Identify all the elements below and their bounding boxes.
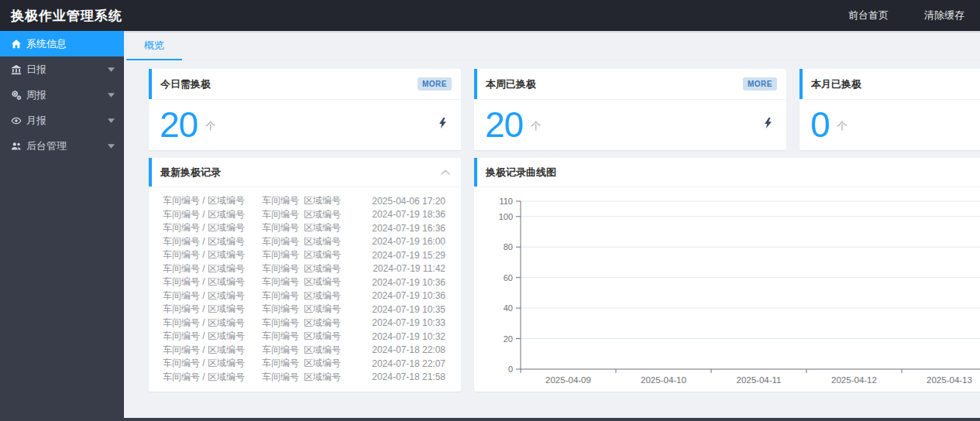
stat-value: 0 (810, 107, 830, 142)
record-main: 车间编号 / 区域编号 (163, 317, 262, 330)
record-area: 区域编号 (304, 194, 372, 207)
record-time: 2024-07-19 16:00 (372, 236, 445, 247)
record-workshop: 车间编号 (262, 330, 304, 343)
record-workshop: 车间编号 (262, 248, 304, 262)
stat-card-body: 20 个 (149, 100, 461, 149)
record-area: 区域编号 (304, 235, 372, 248)
card-accent-bar (474, 158, 477, 187)
stat-unit: 个 (837, 119, 848, 133)
record-main: 车间编号 / 区域编号 (163, 357, 262, 370)
sidebar-item-cogs[interactable]: 周报 (0, 82, 124, 108)
caret-down-icon (108, 93, 115, 98)
record-main: 车间编号 / 区域编号 (163, 262, 262, 276)
record-time: 2024-07-19 16:36 (372, 223, 445, 234)
record-time: 2024-07-18 22:08 (372, 344, 445, 355)
sidebar-item-eye[interactable]: 月报 (0, 108, 124, 133)
caret-down-icon (108, 118, 115, 123)
bottom-strip (0, 418, 980, 421)
chart-body: 0204060801001102025-04-092025-04-102025-… (474, 187, 980, 396)
record-area: 区域编号 (304, 208, 372, 221)
record-time: 2024-07-19 10:33 (372, 317, 445, 328)
record-row: 车间编号 / 区域编号 车间编号 区域编号 2024-07-18 22:08 (163, 344, 445, 358)
card-accent-bar (799, 69, 803, 99)
record-workshop: 车间编号 (262, 194, 304, 207)
record-main: 车间编号 / 区域编号 (163, 344, 262, 357)
svg-text:40: 40 (504, 303, 513, 313)
content: 今日需换极 MORE 20 个 本周已换极 MORE 20 个 本月已换极 (124, 60, 980, 421)
stat-card-body: 0 个 (799, 100, 980, 149)
record-workshop: 车间编号 (262, 289, 304, 303)
record-row: 车间编号 / 区域编号 车间编号 区域编号 2024-07-19 10:35 (163, 303, 445, 317)
svg-text:60: 60 (504, 273, 513, 282)
record-area: 区域编号 (304, 317, 372, 330)
record-workshop: 车间编号 (262, 221, 304, 234)
record-area: 区域编号 (304, 262, 373, 276)
card-accent-bar (149, 158, 152, 187)
tab-overview-label: 概览 (144, 39, 164, 53)
record-area: 区域编号 (304, 248, 372, 262)
record-row: 车间编号 / 区域编号 车间编号 区域编号 2024-07-19 10:32 (163, 330, 445, 344)
sidebar-item-bank[interactable]: 日报 (0, 56, 124, 82)
record-time: 2024-07-19 11:42 (373, 263, 445, 274)
frontend-home-link[interactable]: 前台首页 (848, 9, 889, 22)
bolt-icon (438, 118, 447, 132)
svg-text:2025-04-12: 2025-04-12 (831, 375, 877, 385)
record-area: 区域编号 (304, 344, 372, 357)
record-row: 车间编号 / 区域编号 车间编号 区域编号 2024-07-19 10:36 (163, 289, 445, 303)
record-row: 车间编号 / 区域编号 车间编号 区域编号 2024-07-19 16:36 (163, 221, 445, 235)
tab-bar: 概览 (124, 33, 980, 60)
caret-down-icon (108, 144, 115, 149)
stat-card-body: 20 个 (474, 100, 786, 149)
stat-card-title: 本周已换极 (486, 77, 536, 91)
chart-panel-header: 换极记录曲线图 (474, 158, 980, 187)
svg-text:2025-04-10: 2025-04-10 (641, 375, 686, 385)
tab-overview[interactable]: 概览 (126, 33, 182, 60)
record-main: 车间编号 / 区域编号 (163, 276, 262, 289)
stat-card: 今日需换极 MORE 20 个 (149, 69, 461, 150)
chart-panel: 换极记录曲线图 0204060801001102025-04-092025-04… (474, 158, 980, 392)
record-main: 车间编号 / 区域编号 (163, 221, 262, 234)
record-row: 车间编号 / 区域编号 车间编号 区域编号 2024-07-19 11:42 (163, 262, 445, 276)
stat-value: 20 (485, 107, 523, 142)
records-panel-header: 最新换极记录 (149, 158, 461, 187)
record-row: 车间编号 / 区域编号 车间编号 区域编号 2025-04-06 17:20 (163, 194, 445, 208)
bolt-icon (764, 118, 772, 132)
sidebar-item-label: 月报 (26, 114, 108, 128)
stat-card-header: 本月已换极 (799, 69, 980, 100)
sidebar: 系统信息 日报 周报 月报 后台管理 (0, 31, 124, 421)
record-row: 车间编号 / 区域编号 车间编号 区域编号 2024-07-19 10:36 (163, 276, 445, 289)
card-accent-bar (149, 69, 152, 99)
record-area: 区域编号 (304, 276, 372, 289)
more-badge[interactable]: MORE (743, 77, 777, 91)
record-workshop: 车间编号 (262, 208, 304, 221)
record-row: 车间编号 / 区域编号 车间编号 区域编号 2024-07-19 15:29 (163, 248, 445, 262)
stat-card-title: 本月已换极 (811, 77, 861, 91)
app-title: 换极作业管理系统 (11, 7, 122, 25)
record-row: 车间编号 / 区域编号 车间编号 区域编号 2024-07-19 18:36 (163, 208, 445, 222)
records-list: 车间编号 / 区域编号 车间编号 区域编号 2025-04-06 17:20 车… (149, 187, 461, 384)
sidebar-item-home[interactable]: 系统信息 (0, 31, 124, 56)
svg-text:2025-04-11: 2025-04-11 (737, 375, 782, 385)
record-area: 区域编号 (304, 357, 372, 370)
svg-text:110: 110 (499, 197, 513, 206)
record-main: 车间编号 / 区域编号 (163, 235, 262, 248)
record-area: 区域编号 (304, 289, 372, 303)
record-main: 车间编号 / 区域编号 (163, 289, 262, 303)
more-badge[interactable]: MORE (418, 77, 452, 91)
chevron-up-icon[interactable] (441, 169, 450, 175)
record-time: 2024-07-19 10:36 (372, 277, 445, 288)
record-row: 车间编号 / 区域编号 车间编号 区域编号 2024-07-18 21:58 (163, 371, 445, 385)
record-area: 区域编号 (304, 371, 372, 384)
sidebar-item-users[interactable]: 后台管理 (0, 133, 124, 159)
record-main: 车间编号 / 区域编号 (163, 248, 262, 262)
home-icon (11, 39, 26, 50)
clear-cache-link[interactable]: 清除缓存 (924, 9, 965, 22)
record-time: 2024-07-19 10:32 (372, 331, 445, 342)
cogs-icon (11, 90, 26, 101)
svg-text:20: 20 (504, 334, 513, 344)
record-workshop: 车间编号 (262, 344, 304, 357)
caret-down-icon (108, 67, 115, 72)
records-panel-title: 最新换极记录 (160, 166, 221, 180)
sidebar-item-label: 系统信息 (26, 37, 115, 51)
eye-icon (11, 115, 26, 126)
